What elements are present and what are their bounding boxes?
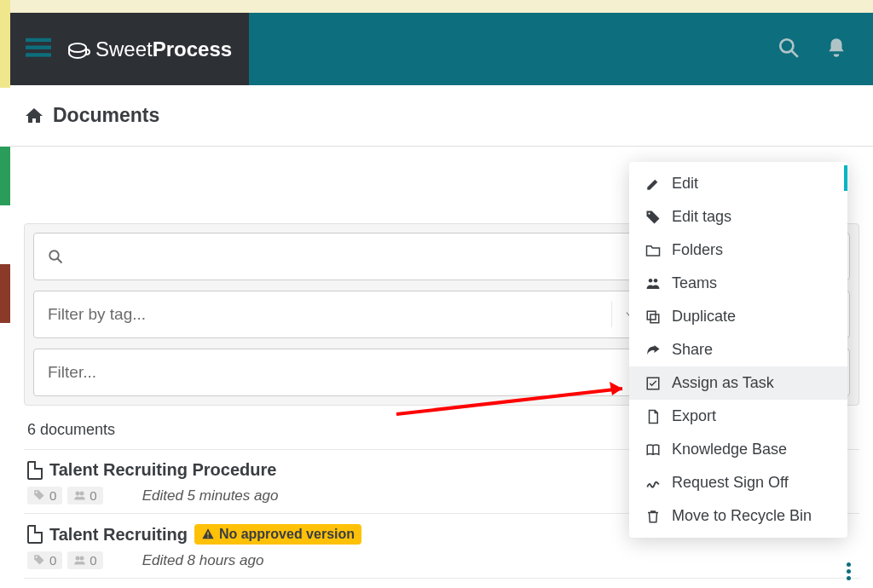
svg-point-4	[780, 39, 793, 52]
document-title: Talent Recruiting	[49, 525, 188, 545]
document-title: Talent Recruiting Procedure	[49, 460, 276, 480]
export-icon	[645, 408, 662, 425]
search-icon	[48, 249, 63, 264]
breadcrumb: Documents	[10, 85, 873, 147]
dropdown-accent	[844, 165, 847, 191]
share-icon	[645, 342, 662, 359]
cup-icon	[68, 41, 90, 58]
search-icon[interactable]	[778, 37, 800, 62]
book-icon	[645, 441, 662, 458]
document-icon	[27, 525, 43, 544]
header-dark-section: SweetProcess	[10, 13, 249, 85]
svg-point-14	[76, 556, 80, 561]
status-badge: No approved version	[194, 524, 361, 545]
svg-point-6	[49, 251, 59, 260]
check-icon	[645, 375, 662, 392]
svg-line-7	[57, 258, 61, 262]
svg-point-8	[36, 492, 38, 493]
hamburger-menu-icon[interactable]	[26, 35, 51, 64]
search-input[interactable]	[33, 233, 650, 280]
svg-rect-0	[26, 37, 51, 41]
svg-point-16	[648, 212, 650, 214]
menu-teams[interactable]: Teams	[629, 267, 847, 300]
svg-point-9	[76, 492, 80, 496]
tag-count-chip[interactable]: 0	[27, 551, 62, 569]
svg-point-17	[649, 279, 653, 283]
trash-icon	[645, 508, 662, 525]
tag-count-chip[interactable]: 0	[27, 487, 62, 504]
folder-icon	[645, 242, 662, 259]
svg-point-15	[80, 556, 84, 561]
document-icon	[27, 461, 43, 480]
menu-folders[interactable]: Folders	[629, 233, 847, 267]
left-color-strip	[0, 0, 10, 588]
svg-rect-20	[650, 314, 659, 323]
svg-rect-19	[647, 311, 656, 320]
menu-knowledge-base[interactable]: Knowledge Base	[629, 433, 847, 466]
duplicate-icon	[645, 308, 662, 326]
top-warning-bar	[10, 0, 873, 13]
menu-assign-task[interactable]: Assign as Task	[629, 366, 847, 400]
team-count-chip[interactable]: 0	[67, 551, 102, 569]
menu-request-sign-off[interactable]: Request Sign Off	[629, 466, 847, 499]
menu-edit-tags[interactable]: Edit tags	[629, 200, 847, 233]
svg-point-3	[69, 43, 86, 52]
header-bar: SweetProcess	[10, 13, 873, 85]
menu-recycle-bin[interactable]: Move to Recycle Bin	[629, 499, 847, 533]
edited-timestamp: Edited 8 hours ago	[142, 552, 264, 569]
tag-icon	[645, 209, 662, 226]
sign-icon	[645, 475, 662, 492]
brand-logo[interactable]: SweetProcess	[68, 37, 232, 61]
more-actions-icon[interactable]	[847, 562, 851, 580]
filter-tag-dropdown[interactable]: Filter by tag...	[33, 291, 650, 338]
home-icon	[24, 106, 44, 126]
brand-name: SweetProcess	[95, 37, 232, 61]
svg-rect-11	[207, 532, 208, 535]
menu-export[interactable]: Export	[629, 400, 847, 433]
svg-rect-2	[26, 53, 51, 56]
edited-timestamp: Edited 5 minutes ago	[142, 487, 279, 504]
team-count-chip[interactable]: 0	[67, 487, 102, 504]
menu-duplicate[interactable]: Duplicate	[629, 300, 847, 333]
edit-icon	[645, 176, 662, 193]
svg-rect-12	[207, 537, 208, 538]
svg-point-18	[654, 279, 658, 283]
svg-line-5	[791, 50, 798, 57]
svg-point-13	[36, 556, 38, 558]
teams-icon	[645, 275, 662, 292]
svg-rect-1	[26, 45, 51, 49]
context-menu: Edit Edit tags Folders Teams Duplicate S…	[629, 162, 847, 538]
menu-edit[interactable]: Edit	[629, 167, 847, 200]
page-title: Documents	[53, 104, 159, 127]
menu-share[interactable]: Share	[629, 333, 847, 366]
bell-icon[interactable]	[825, 37, 847, 62]
svg-point-10	[80, 492, 84, 496]
